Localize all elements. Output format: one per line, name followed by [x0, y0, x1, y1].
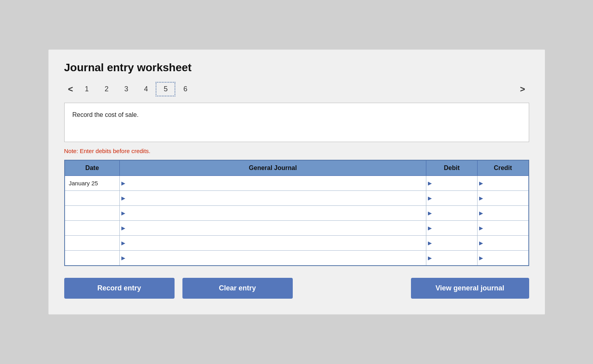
date-cell-5: [65, 251, 120, 266]
date-cell-1: [65, 191, 120, 206]
journal-cell-1[interactable]: ▶: [120, 191, 426, 206]
journal-arrow-icon: ▶: [121, 180, 125, 186]
tab-3[interactable]: 3: [116, 82, 136, 96]
view-journal-button[interactable]: View general journal: [411, 278, 529, 299]
credit-cell-4[interactable]: ▶: [478, 236, 529, 251]
journal-input-3[interactable]: [126, 221, 424, 235]
description-box: Record the cost of sale.: [64, 103, 529, 142]
credit-arrow-icon: ▶: [479, 255, 483, 261]
credit-cell-2[interactable]: ▶: [478, 206, 529, 221]
debit-cell-3[interactable]: ▶: [426, 221, 478, 236]
journal-input-4[interactable]: [126, 236, 424, 250]
header-credit: Credit: [478, 160, 529, 176]
debit-input-2[interactable]: [433, 206, 476, 220]
clear-entry-button[interactable]: Clear entry: [182, 278, 293, 299]
credit-input-4[interactable]: [484, 236, 527, 250]
journal-input-5[interactable]: [126, 251, 424, 265]
debit-input-3[interactable]: [433, 221, 476, 235]
credit-cell-0[interactable]: ▶: [478, 176, 529, 191]
debit-arrow-icon: ▶: [428, 240, 432, 246]
page-title: Journal entry worksheet: [64, 61, 529, 74]
credit-arrow-icon: ▶: [479, 225, 483, 231]
debit-input-1[interactable]: [433, 191, 476, 205]
debit-cell-0[interactable]: ▶: [426, 176, 478, 191]
credit-cell-5[interactable]: ▶: [478, 251, 529, 266]
credit-input-5[interactable]: [484, 251, 527, 265]
record-entry-button[interactable]: Record entry: [64, 278, 175, 299]
header-date: Date: [65, 160, 120, 176]
journal-cell-5[interactable]: ▶: [120, 251, 426, 266]
debit-arrow-icon: ▶: [428, 225, 432, 231]
journal-arrow-icon: ▶: [121, 195, 125, 201]
credit-arrow-icon: ▶: [479, 210, 483, 216]
debit-cell-2[interactable]: ▶: [426, 206, 478, 221]
debit-arrow-icon: ▶: [428, 195, 432, 201]
debit-cell-1[interactable]: ▶: [426, 191, 478, 206]
table-row: ▶▶▶: [65, 206, 529, 221]
journal-input-0[interactable]: [126, 176, 424, 190]
note-text: Note: Enter debits before credits.: [64, 148, 529, 154]
journal-cell-4[interactable]: ▶: [120, 236, 426, 251]
prev-arrow[interactable]: <: [64, 84, 77, 94]
credit-input-1[interactable]: [484, 191, 527, 205]
journal-cell-2[interactable]: ▶: [120, 206, 426, 221]
tab-4[interactable]: 4: [136, 82, 156, 96]
debit-cell-4[interactable]: ▶: [426, 236, 478, 251]
debit-input-0[interactable]: [433, 176, 476, 190]
debit-input-4[interactable]: [433, 236, 476, 250]
debit-arrow-icon: ▶: [428, 210, 432, 216]
credit-input-0[interactable]: [484, 176, 527, 190]
debit-arrow-icon: ▶: [428, 180, 432, 186]
journal-input-2[interactable]: [126, 206, 424, 220]
credit-cell-1[interactable]: ▶: [478, 191, 529, 206]
date-cell-3: [65, 221, 120, 236]
date-cell-2: [65, 206, 120, 221]
table-row: January 25▶▶▶: [65, 176, 529, 191]
tab-1[interactable]: 1: [77, 82, 97, 96]
table-row: ▶▶▶: [65, 191, 529, 206]
credit-arrow-icon: ▶: [479, 240, 483, 246]
buttons-row: Record entry Clear entry View general jo…: [64, 278, 529, 299]
journal-arrow-icon: ▶: [121, 225, 125, 231]
next-arrow[interactable]: >: [516, 84, 529, 94]
header-debit: Debit: [426, 160, 478, 176]
date-cell-4: [65, 236, 120, 251]
journal-cell-0[interactable]: ▶: [120, 176, 426, 191]
table-row: ▶▶▶: [65, 236, 529, 251]
tab-navigation: < 1 2 3 4 5 6 >: [64, 82, 529, 96]
credit-cell-3[interactable]: ▶: [478, 221, 529, 236]
header-general-journal: General Journal: [120, 160, 426, 176]
table-row: ▶▶▶: [65, 221, 529, 236]
journal-cell-3[interactable]: ▶: [120, 221, 426, 236]
tab-5[interactable]: 5: [156, 82, 175, 96]
credit-arrow-icon: ▶: [479, 195, 483, 201]
journal-table: Date General Journal Debit Credit Januar…: [64, 160, 529, 266]
journal-arrow-icon: ▶: [121, 210, 125, 216]
journal-arrow-icon: ▶: [121, 240, 125, 246]
debit-input-5[interactable]: [433, 251, 476, 265]
description-text: Record the cost of sale.: [72, 111, 139, 118]
journal-input-1[interactable]: [126, 191, 424, 205]
main-container: Journal entry worksheet < 1 2 3 4 5 6 > …: [48, 50, 545, 314]
debit-arrow-icon: ▶: [428, 255, 432, 261]
tab-6[interactable]: 6: [175, 82, 195, 96]
credit-input-3[interactable]: [484, 221, 527, 235]
credit-arrow-icon: ▶: [479, 180, 483, 186]
credit-input-2[interactable]: [484, 206, 527, 220]
date-cell-0: January 25: [65, 176, 120, 191]
journal-arrow-icon: ▶: [121, 255, 125, 261]
debit-cell-5[interactable]: ▶: [426, 251, 478, 266]
tab-2[interactable]: 2: [97, 82, 116, 96]
table-row: ▶▶▶: [65, 251, 529, 266]
